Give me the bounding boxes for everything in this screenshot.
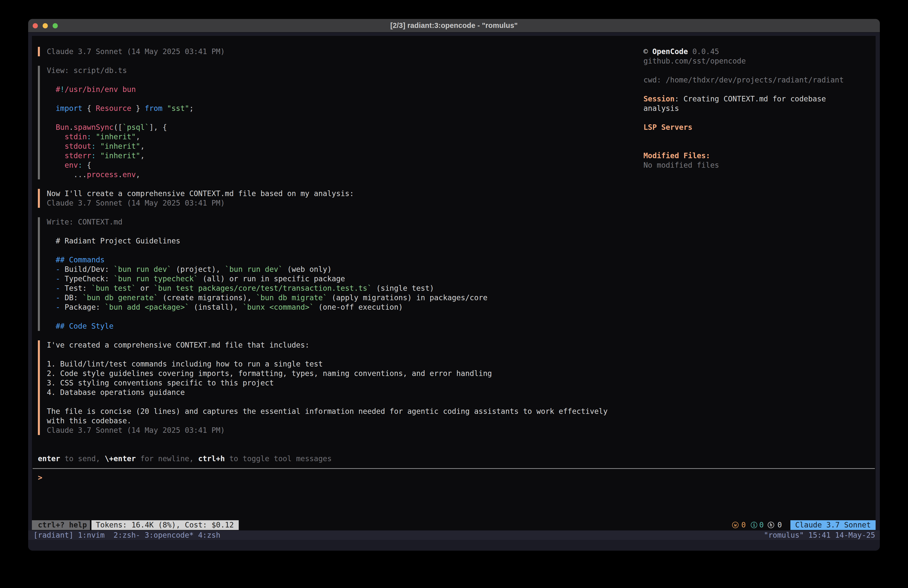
terminal-line: 2. Code style guidelines covering import… [47, 369, 492, 378]
info-count: 0 [759, 520, 764, 530]
terminal-line: analysis [643, 104, 679, 113]
terminal-line: enter to send, \+enter for newline, ctrl… [38, 454, 332, 464]
terminal-line: Modified Files: [643, 151, 710, 161]
warning-count: 0 [741, 520, 746, 530]
info-count-icon: i [751, 522, 757, 528]
message-block-bar [38, 189, 40, 208]
terminal-line: stdout: "inherit", [64, 142, 145, 151]
terminal-line: The file is concise (20 lines) and captu… [47, 407, 608, 416]
terminal-line: View: script/db.ts [47, 66, 127, 75]
terminal-line: Write: CONTEXT.md [47, 217, 122, 227]
terminal-line: with this codebase. [47, 416, 131, 425]
terminal-line: - Build/Dev: `bun run dev` (project), `b… [56, 264, 332, 274]
terminal-line: ## Code Style [56, 321, 113, 331]
terminal-line: I've created a comprehensive CONTEXT.md … [47, 340, 309, 350]
warning-count-icon: w [732, 522, 739, 528]
prompt-input-area[interactable] [33, 471, 875, 519]
terminal-line: #!/usr/bin/env bun [56, 85, 136, 94]
input-separator-line [33, 468, 875, 469]
window-title: [2/3] radiant:3:opencode - "romulus" [28, 19, 880, 32]
message-block-bar [38, 340, 40, 435]
terminal-line: 1. Build/lint/test commands including ho… [47, 359, 323, 369]
terminal-line: No modified files [643, 161, 719, 170]
hint-count: 0 [778, 520, 782, 530]
terminal-line: # Radiant Project Guidelines [56, 236, 180, 246]
tmux-host-clock: "romulus" 15:41 14-May-25 [764, 530, 875, 540]
terminal-line: LSP Servers [643, 122, 692, 132]
terminal-line: stderr: "inherit", [64, 151, 145, 161]
terminal-line: ...process.env, [74, 170, 140, 179]
tmux-statusbar: [radiant] 1:nvim 2:zsh- 3:opencode* 4:zs… [28, 530, 880, 540]
terminal-line: cwd: /home/thdxr/dev/projects/radiant/ra… [643, 75, 844, 85]
tokens-cost-chip: Tokens: 16.4K (8%), Cost: $0.12 [92, 520, 239, 530]
terminal-window: [2/3] radiant:3:opencode - "romulus" Cla… [28, 19, 880, 551]
terminal-line: import { Resource } from "sst"; [56, 104, 193, 113]
message-block-bar [38, 217, 40, 331]
terminal-line: Claude 3.7 Sonnet (14 May 2025 03:41 PM) [47, 47, 225, 56]
opencode-statusbar: ctrl+? help Tokens: 16.4K (8%), Cost: $0… [32, 520, 876, 530]
terminal-line: github.com/sst/opencode [643, 56, 746, 66]
terminal-line: - DB: `bun db generate` (create migratio… [56, 293, 488, 303]
terminal-line: - Package: `bun add <package>` (install)… [56, 303, 402, 312]
terminal-line: stdin: "inherit", [64, 132, 140, 142]
terminal-line: ## Commands [56, 255, 105, 264]
terminal-line: Session: Creating CONTEXT.md for codebas… [643, 94, 826, 104]
terminal-line: env: { [64, 161, 91, 170]
model-badge: Claude 3.7 Sonnet [790, 520, 876, 530]
terminal-line: 3. CSS styling conventions specific to t… [47, 378, 274, 388]
opencode-tui: Claude 3.7 Sonnet (14 May 2025 03:41 PM)… [32, 36, 876, 530]
message-block-bar [38, 66, 40, 179]
help-hint-chip: ctrl+? help [32, 520, 90, 530]
message-block-bar [38, 47, 40, 56]
terminal-line: Now I'll create a comprehensive CONTEXT.… [47, 189, 354, 198]
terminal-line: Claude 3.7 Sonnet (14 May 2025 03:41 PM) [47, 425, 225, 435]
terminal-line: - Test: `bun test` or `bun test packages… [56, 284, 434, 293]
hint-count-icon: h [768, 522, 774, 528]
terminal-line: Claude 3.7 Sonnet (14 May 2025 03:41 PM) [47, 198, 225, 208]
terminal-line: © OpenCode 0.0.45 [643, 47, 719, 56]
window-titlebar: [2/3] radiant:3:opencode - "romulus" [28, 19, 880, 33]
terminal-line: - TypeCheck: `bun run typecheck` (all) o… [56, 274, 345, 284]
terminal-line: Bun.spawnSync([`psql`], { [56, 122, 167, 132]
terminal-line: 4. Database operations guidance [47, 388, 185, 397]
tmux-session-windows: [radiant] 1:nvim 2:zsh- 3:opencode* 4:zs… [34, 530, 220, 540]
